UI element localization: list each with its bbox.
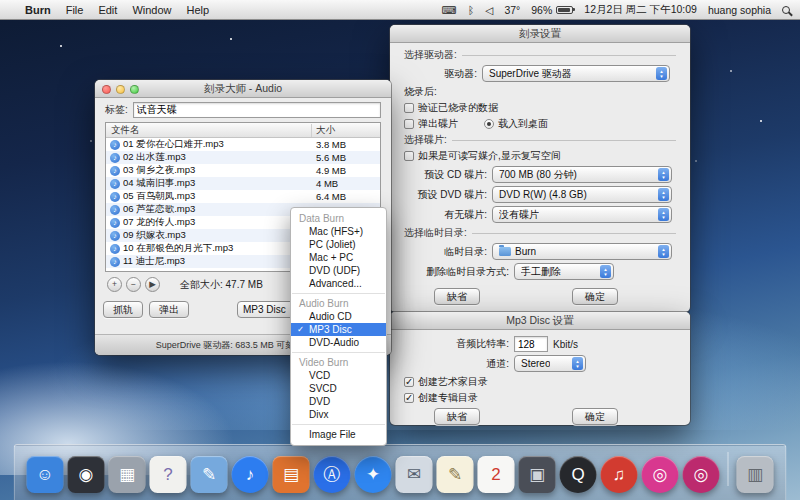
popup-arrows-icon [658,208,669,221]
media-present-select[interactable]: 没有碟片 [492,206,672,223]
minimize-button[interactable] [116,85,125,94]
menu-item-pc-joliet[interactable]: PC (Joliet) [291,238,386,251]
mp3-default-button[interactable]: 缺省 [434,408,480,425]
rip-button[interactable]: 抓轨 [103,301,143,318]
add-track-button[interactable]: + [107,277,122,292]
menu-item-audio-cd[interactable]: Audio CD [291,310,386,323]
close-button[interactable] [102,85,111,94]
books-icon[interactable]: ▤ [273,456,310,493]
table-row[interactable]: ♪05 百鸟朝凤.mp36.4 MB [106,190,380,203]
play-button[interactable]: ▶ [145,277,160,292]
temp-dir-select[interactable]: Burn [492,243,672,260]
file-name: 09 织嫁衣.mp3 [123,229,316,242]
remove-track-button[interactable]: − [126,277,141,292]
menu-edit[interactable]: Edit [98,4,117,16]
file-name: 05 百鸟朝凤.mp3 [123,190,316,203]
battery-status[interactable]: 96% [531,4,573,16]
folder-icon [499,247,511,256]
help-icon[interactable]: ? [150,456,187,493]
table-row[interactable]: ♪01 爱你在心口难开.mp33.8 MB [106,138,380,151]
mail-icon[interactable]: ✉ [396,456,433,493]
temp-dir-label: 临时目录: [404,245,492,259]
disc-label-input[interactable] [133,102,381,118]
safari-icon[interactable]: ✦ [355,456,392,493]
menu-item-image-file[interactable]: Image File [291,428,386,441]
music-note-icon: ♪ [110,192,120,202]
menu-item-vcd[interactable]: VCD [291,369,386,382]
table-row[interactable]: ♪04 城南旧事.mp34 MB [106,177,380,190]
artist-dir-checkbox[interactable] [404,377,414,387]
menu-item-svcd[interactable]: SVCD [291,382,386,395]
mp3-settings-titlebar[interactable]: Mp3 Disc 设置 [390,312,690,330]
app-store-icon[interactable]: Ⓐ [314,456,351,493]
menu-item-mp3-disc[interactable]: ✓ MP3 Disc [291,323,386,336]
drive-select[interactable]: SuperDrive 驱动器 [482,65,670,82]
menu-item-dvd-audio[interactable]: DVD-Audio [291,336,386,349]
dashboard-icon[interactable]: ◉ [68,456,105,493]
eject-disc-checkbox[interactable] [404,119,414,129]
music-app-icon[interactable]: ♫ [601,456,638,493]
menu-window[interactable]: Window [132,4,171,16]
menu-item-divx[interactable]: Divx [291,408,386,421]
music-note-icon: ♪ [110,231,120,241]
temp-dir-value: Burn [515,246,536,257]
menu-item-dvd-udf[interactable]: DVD (UDF) [291,264,386,277]
mp3-ok-button[interactable]: 确定 [572,408,618,425]
column-filename[interactable]: 文件名 [106,124,312,137]
dvd-preset-select[interactable]: DVD R(W) (4.8 GB) [492,186,672,203]
user-menu[interactable]: huang sophia [708,4,771,16]
menu-burn[interactable]: Burn [25,4,51,16]
channel-select[interactable]: Stereo [514,355,586,372]
burn-ok-button[interactable]: 确定 [572,288,618,305]
rewritable-checkbox[interactable] [404,151,414,161]
burn-default-button[interactable]: 缺省 [434,288,480,305]
volume-icon[interactable]: ◁ [485,4,493,16]
launchpad-icon[interactable]: ▦ [109,456,146,493]
bluetooth-icon[interactable]: ᛒ [468,4,474,16]
media-present-label: 有无碟片: [404,208,492,222]
cd-preset-select[interactable]: 700 MB (80 分钟) [492,166,672,183]
mp3-settings-body: 音频比特率: Kbit/s 通道: Stereo 创建艺术家目录 创建专辑目录 … [390,330,690,425]
menu-help[interactable]: Help [187,4,210,16]
table-row[interactable]: ♪02 出水莲.mp35.6 MB [106,151,380,164]
menu-bar-clock[interactable]: 12月2日 周二 下午10:09 [584,3,697,17]
popup-arrows-icon [658,245,669,258]
burn-settings-titlebar[interactable]: 刻录设置 [390,25,690,43]
menu-item-dvd[interactable]: DVD [291,395,386,408]
finder-icon[interactable]: ☺ [27,456,64,493]
menu-file[interactable]: File [66,4,84,16]
photos-icon[interactable]: ▣ [519,456,556,493]
spotlight-icon[interactable] [782,6,790,14]
menu-item-advanced[interactable]: Advanced... [291,277,386,290]
album-dir-checkbox[interactable] [404,393,414,403]
drive-select-value: SuperDrive 驱动器 [489,67,572,81]
mount-desktop-radio[interactable] [484,119,494,129]
bitrate-input[interactable] [514,336,548,352]
weather-temp[interactable]: 37° [504,4,520,16]
eject-button[interactable]: 弹出 [149,301,189,318]
verify-data-checkbox[interactable] [404,103,414,113]
table-row[interactable]: ♪03 侗乡之夜.mp34.9 MB [106,164,380,177]
section-divider [462,55,676,56]
applications-folder-icon[interactable]: ✎ [191,456,228,493]
burn-disc-icon[interactable]: ◎ [642,456,679,493]
itunes-icon[interactable]: ♪ [232,456,269,493]
notes-icon[interactable]: ✎ [437,456,474,493]
trash-icon[interactable]: ▥ [737,456,774,493]
menu-item-mp3-disc-label: MP3 Disc [309,324,352,335]
track-list-header[interactable]: 文件名 大小 [106,123,380,138]
menu-item-mac-hfs[interactable]: Mac (HFS+) [291,225,386,238]
qq-icon[interactable]: Q [560,456,597,493]
column-size[interactable]: 大小 [312,124,380,137]
menu-item-mac-pc[interactable]: Mac + PC [291,251,386,264]
keyboard-icon[interactable]: ⌨ [442,4,457,16]
burn-disc-icon-2[interactable]: ◎ [683,456,720,493]
zoom-button[interactable] [130,85,139,94]
mount-desktop-label: 载入到桌面 [498,117,548,131]
delete-mode-select[interactable]: 手工删除 [514,263,614,280]
audio-window-titlebar[interactable]: 刻录大师 - Audio [95,80,391,98]
file-name: 10 在那银色的月光下.mp3 [123,242,316,255]
cd-preset-value: 700 MB (80 分钟) [499,168,577,182]
calendar-icon[interactable]: 2 [478,456,515,493]
dvd-preset-value: DVD R(W) (4.8 GB) [499,189,587,200]
